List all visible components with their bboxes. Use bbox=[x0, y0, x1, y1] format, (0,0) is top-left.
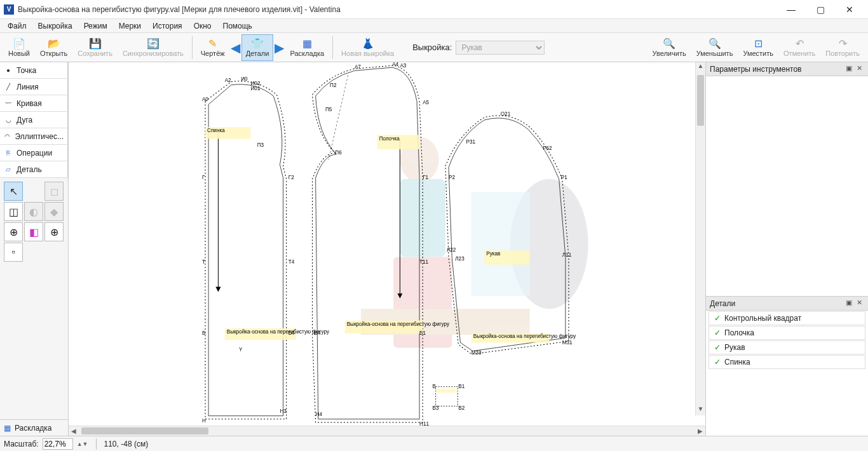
close-button[interactable]: ✕ bbox=[835, 0, 864, 19]
canvas-area: Спинка Выкройка-основа на перегибистую ф… bbox=[69, 62, 705, 436]
svg-text:Т11: Т11 bbox=[419, 259, 429, 265]
check-icon: ✓ bbox=[714, 328, 721, 337]
svg-text:Р1: Р1 bbox=[561, 175, 567, 180]
svg-text:Л23: Л23 bbox=[455, 256, 465, 262]
arc-icon: ◡ bbox=[4, 116, 13, 123]
horizontal-scrollbar[interactable]: ◀ ▶ bbox=[69, 426, 705, 436]
title-bar: V Выкройка-основа на перегибистую фигуру… bbox=[0, 0, 868, 19]
tool-5[interactable]: ◆ bbox=[44, 202, 64, 221]
svg-text:В1: В1 bbox=[458, 384, 465, 389]
draft-mode-button[interactable]: ✎Чертёж bbox=[196, 34, 229, 61]
scale-stepper-icon[interactable]: ▲▼ bbox=[77, 441, 88, 447]
svg-text:М33: М33 bbox=[471, 350, 482, 356]
scroll-right-icon[interactable]: ▶ bbox=[695, 426, 705, 436]
operations-icon: ⎘ bbox=[4, 149, 13, 156]
main-toolbar: 📄Новый 📂Открыть 💾Сохранить 🔄Синхронизиро… bbox=[0, 33, 868, 62]
tool-4[interactable]: ◐ bbox=[24, 202, 43, 221]
drawing-canvas[interactable]: Спинка Выкройка-основа на перегибистую ф… bbox=[69, 62, 705, 426]
app-icon: V bbox=[4, 4, 14, 15]
svg-text:Б1: Б1 bbox=[419, 330, 426, 336]
svg-text:Т4: Т4 bbox=[288, 259, 295, 265]
menu-window[interactable]: Окно bbox=[189, 20, 217, 32]
pointer-tool[interactable]: ↖ bbox=[4, 182, 23, 201]
scroll-thumb[interactable] bbox=[697, 75, 704, 126]
scroll-left-icon[interactable]: ◀ bbox=[69, 426, 79, 436]
svg-text:Н3: Н3 bbox=[280, 408, 287, 414]
sync-icon: 🔄 bbox=[147, 38, 159, 50]
minimize-button[interactable]: — bbox=[776, 0, 806, 19]
scroll-up-icon[interactable]: ▲ bbox=[696, 62, 705, 72]
folder-open-icon: 📂 bbox=[48, 38, 60, 50]
left-bottom-tab[interactable]: ▦Раскладка bbox=[0, 419, 68, 436]
svg-text:А0: А0 bbox=[202, 97, 208, 102]
redo-button[interactable]: ↷Повторить bbox=[821, 34, 864, 61]
menu-mode[interactable]: Режим bbox=[79, 20, 112, 32]
undock-icon[interactable]: ▣ bbox=[844, 64, 854, 74]
zoom-in-button[interactable]: 🔍Увеличить bbox=[648, 34, 691, 61]
toolbar-separator bbox=[332, 36, 333, 59]
details-list: ✓Контрольный квадрат ✓Полочка ✓Рукав ✓Сп… bbox=[706, 311, 868, 436]
tool-9[interactable]: ▫ bbox=[4, 243, 23, 262]
svg-text:Б4: Б4 bbox=[288, 330, 295, 336]
check-icon: ✓ bbox=[714, 358, 721, 367]
undo-button[interactable]: ↶Отменить bbox=[779, 34, 820, 61]
menu-help[interactable]: Помощь bbox=[218, 20, 257, 32]
pencil-icon: ✎ bbox=[208, 38, 217, 50]
new-pattern-button[interactable]: 👗Новая выкройка bbox=[337, 34, 398, 61]
check-icon: ✓ bbox=[714, 314, 721, 323]
details-panel-header: Детали ▣ ✕ bbox=[706, 297, 868, 311]
tab-detail[interactable]: ▱Деталь bbox=[0, 161, 68, 178]
tab-point[interactable]: ●Точка bbox=[0, 62, 68, 79]
tool-7[interactable]: ◧ bbox=[24, 222, 43, 241]
svg-text:А5: А5 bbox=[423, 100, 429, 105]
tool-6[interactable]: ⊕ bbox=[4, 222, 23, 241]
vertical-scrollbar[interactable]: ▲ ▼ bbox=[695, 62, 705, 415]
right-panel: Параметры инструментов ▣ ✕ Детали ▣ ✕ ✓К… bbox=[705, 62, 868, 436]
detail-list-item[interactable]: ✓Контрольный квадрат bbox=[709, 311, 865, 325]
close-panel-icon[interactable]: ✕ bbox=[854, 64, 864, 74]
detail-list-item[interactable]: ✓Полочка bbox=[709, 326, 865, 340]
details-mode-button[interactable]: 👕Детали bbox=[241, 34, 274, 61]
menu-pattern[interactable]: Выкройка bbox=[33, 20, 78, 32]
svg-text:А3: А3 bbox=[400, 63, 406, 69]
scroll-thumb[interactable] bbox=[81, 427, 208, 434]
svg-text:В3: В3 bbox=[433, 405, 439, 411]
svg-text:П5: П5 bbox=[325, 107, 332, 112]
tool-3[interactable]: ◫ bbox=[4, 202, 23, 221]
scale-input[interactable] bbox=[43, 438, 73, 450]
tool-tabs: ●Точка ╱Линия 〰Кривая ◡Дуга ◠Эллиптичес.… bbox=[0, 62, 68, 178]
svg-text:П3: П3 bbox=[257, 142, 264, 148]
tab-arc[interactable]: ◡Дуга bbox=[0, 112, 68, 128]
menu-history[interactable]: История bbox=[147, 20, 187, 32]
svg-text:И01: И01 bbox=[251, 86, 261, 91]
tool-8[interactable]: ⊕ bbox=[44, 222, 64, 241]
save-button[interactable]: 💾Сохранить bbox=[73, 34, 117, 61]
layout-mode-button[interactable]: ▦Раскладка bbox=[285, 34, 329, 61]
zoom-out-button[interactable]: 🔍Уменьшить bbox=[692, 34, 738, 61]
tab-operations[interactable]: ⎘Операции bbox=[0, 145, 68, 161]
coords-readout: 110, -48 (см) bbox=[104, 440, 149, 448]
pattern-select[interactable]: Рукав bbox=[456, 41, 545, 55]
open-button[interactable]: 📂Открыть bbox=[36, 34, 72, 61]
close-panel-icon[interactable]: ✕ bbox=[854, 299, 864, 309]
menu-measures[interactable]: Мерки bbox=[114, 20, 146, 32]
tool-2[interactable]: ◻ bbox=[44, 182, 64, 201]
svg-text:Н11: Н11 bbox=[419, 421, 429, 426]
tab-line[interactable]: ╱Линия bbox=[0, 79, 68, 95]
svg-text:В: В bbox=[433, 384, 437, 389]
left-panel: ●Точка ╱Линия 〰Кривая ◡Дуга ◠Эллиптичес.… bbox=[0, 62, 69, 436]
maximize-button[interactable]: ▢ bbox=[806, 0, 835, 19]
undock-icon[interactable]: ▣ bbox=[844, 299, 854, 309]
sync-button[interactable]: 🔄Синхронизировать bbox=[118, 34, 188, 61]
zoom-fit-button[interactable]: ⊡Уместить bbox=[738, 34, 778, 61]
tab-curve[interactable]: 〰Кривая bbox=[0, 95, 68, 112]
detail-list-item[interactable]: ✓Спинка bbox=[709, 355, 865, 369]
tab-elliptical[interactable]: ◠Эллиптичес... bbox=[0, 128, 68, 145]
zoom-in-icon: 🔍 bbox=[663, 38, 675, 50]
detail-list-item[interactable]: ✓Рукав bbox=[709, 340, 865, 354]
point-icon: ● bbox=[4, 67, 13, 74]
new-button[interactable]: 📄Новый bbox=[4, 34, 34, 61]
shirt-icon: 👕 bbox=[251, 38, 264, 50]
scroll-down-icon[interactable]: ▼ bbox=[696, 405, 705, 415]
menu-file[interactable]: Файл bbox=[3, 20, 32, 32]
